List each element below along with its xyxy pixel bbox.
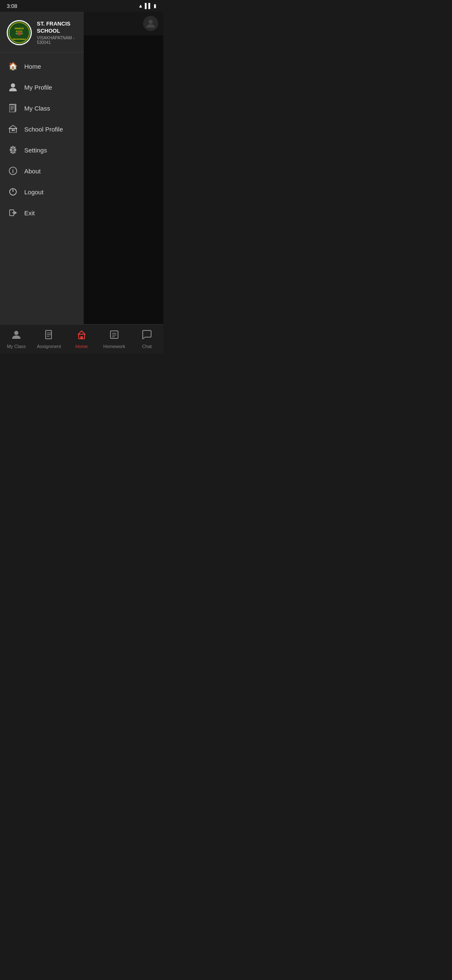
status-time: 3:08 [7, 3, 17, 9]
svg-rect-14 [12, 129, 13, 131]
bottom-homework-label: Homework [103, 344, 126, 349]
svg-rect-15 [13, 129, 15, 131]
nav-item-logout[interactable]: Logout [0, 181, 84, 202]
nav-item-my-class[interactable]: My Class [0, 98, 84, 119]
dim-overlay [84, 12, 163, 324]
bottom-nav-assignment[interactable]: Assignment [33, 326, 65, 352]
nav-label-exit: Exit [24, 209, 35, 217]
bottom-chat-label: Chat [142, 344, 152, 349]
school-logo: FRANCIS SCHOOL MADHURAWADA [7, 20, 32, 45]
status-bar: 3:08 ▲ ▌▌ ▮ [0, 0, 163, 12]
bottom-navigation: My Class Assignment Home [0, 324, 163, 353]
school-name: ST. FRANCIS SCHOOL [37, 21, 77, 35]
svg-point-17 [12, 149, 14, 151]
nav-item-about[interactable]: i About [0, 160, 84, 181]
svg-text:i: i [12, 168, 13, 174]
bottom-chat-icon [142, 330, 152, 342]
nav-label-logout: Logout [24, 188, 44, 196]
svg-text:MADHURAWADA: MADHURAWADA [13, 39, 26, 40]
exit-icon [8, 208, 18, 217]
home-icon: 🏠 [8, 62, 18, 71]
nav-label-about: About [24, 168, 41, 175]
about-icon: i [8, 166, 18, 175]
bottom-assignment-icon [44, 330, 54, 342]
bottom-my-class-label: My Class [7, 344, 26, 349]
nav-item-exit[interactable]: Exit [0, 202, 84, 223]
nav-label-my-profile: My Profile [24, 84, 52, 91]
nav-item-school-profile[interactable]: School Profile [0, 119, 84, 139]
bottom-assignment-label: Assignment [37, 344, 61, 349]
nav-drawer: FRANCIS SCHOOL MADHURAWADA ST. FRANCIS S… [0, 12, 84, 353]
nav-label-home: Home [24, 63, 41, 70]
school-location: VISAKHAPATNAM - 530041 [37, 36, 77, 45]
svg-point-5 [18, 32, 21, 35]
logout-icon [8, 187, 18, 196]
wifi-icon: ▲ [138, 3, 143, 9]
nav-label-my-class: My Class [24, 105, 50, 112]
svg-point-7 [11, 83, 15, 88]
nav-item-my-profile[interactable]: My Profile [0, 77, 84, 98]
main-layout: FRANCIS SCHOOL MADHURAWADA ST. FRANCIS S… [0, 12, 163, 353]
nav-label-settings: Settings [24, 147, 47, 154]
bottom-homework-icon [109, 330, 119, 342]
settings-icon [8, 145, 18, 155]
profile-icon [8, 83, 18, 92]
signal-icon: ▌▌ [145, 3, 152, 9]
svg-rect-9 [9, 105, 15, 112]
drawer-header: FRANCIS SCHOOL MADHURAWADA ST. FRANCIS S… [0, 12, 84, 52]
bottom-home-icon [77, 330, 87, 342]
bottom-home-label: Home [75, 344, 87, 349]
bottom-my-class-icon [11, 330, 21, 342]
nav-label-school-profile: School Profile [24, 126, 63, 133]
nav-list: 🏠 Home My Profile [0, 52, 84, 324]
nav-item-settings[interactable]: Settings [0, 139, 84, 160]
svg-rect-32 [110, 331, 118, 338]
bottom-nav-chat[interactable]: Chat [131, 326, 163, 352]
bottom-nav-my-class[interactable]: My Class [0, 326, 33, 352]
nav-item-home[interactable]: 🏠 Home [0, 56, 84, 77]
school-info: ST. FRANCIS SCHOOL VISAKHAPATNAM - 53004… [37, 21, 77, 45]
school-profile-icon [8, 124, 18, 134]
bottom-nav-homework[interactable]: Homework [98, 326, 131, 352]
bottom-nav-home[interactable]: Home [65, 326, 98, 352]
my-class-icon [8, 103, 18, 113]
svg-rect-31 [80, 336, 83, 339]
status-icons: ▲ ▌▌ ▮ [138, 3, 157, 9]
svg-text:FRANCIS: FRANCIS [15, 28, 24, 30]
svg-point-25 [14, 331, 18, 335]
battery-icon: ▮ [154, 3, 157, 9]
